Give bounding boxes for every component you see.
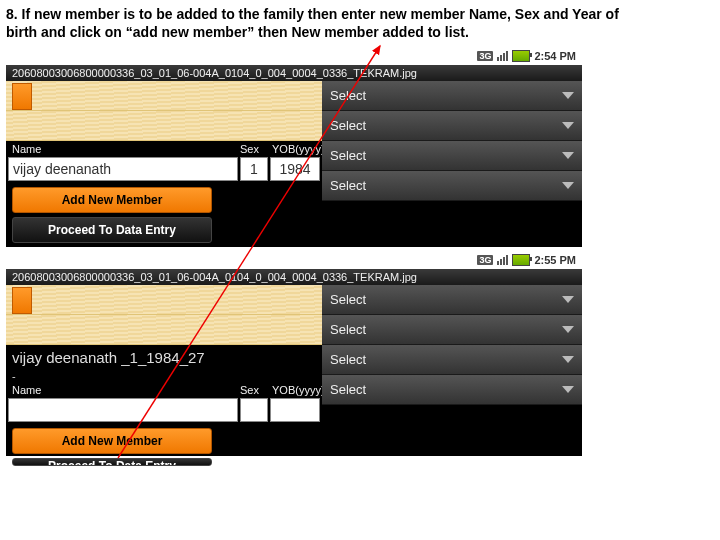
instruction-text: 8. If new member is to be added to the f… [6,6,626,41]
label-yob: YOB(yyyy) [272,384,322,396]
signal-icon [497,255,508,265]
list-item [6,81,322,111]
dash: - [6,370,322,382]
select-dropdown[interactable]: Select [322,285,582,315]
chevron-down-icon [562,152,574,159]
proceed-button[interactable]: Proceed To Data Entry [12,217,212,243]
file-name-bar: 20608003006800000336_03_01_06-004A_0104_… [6,65,582,81]
label-sex: Sex [240,143,268,155]
select-label: Select [330,352,366,367]
yob-input[interactable] [270,398,320,422]
status-bar: 3G 2:55 PM [6,251,582,269]
battery-icon [512,50,530,62]
select-label: Select [330,178,366,193]
clock: 2:54 PM [534,50,576,62]
add-new-member-button[interactable]: Add New Member [12,187,212,213]
name-input[interactable] [8,398,238,422]
screen-before: 3G 2:54 PM 20608003006800000336_03_01_06… [6,47,582,247]
clock: 2:55 PM [534,254,576,266]
label-yob: YOB(yyyy) [272,143,322,155]
chevron-down-icon [562,326,574,333]
battery-icon [512,254,530,266]
select-dropdown[interactable]: Select [322,111,582,141]
list-item [6,111,322,141]
chevron-down-icon [562,182,574,189]
sex-input[interactable] [240,157,268,181]
signal-icon [497,51,508,61]
select-label: Select [330,292,366,307]
select-dropdown[interactable]: Select [322,81,582,111]
input-row [6,157,322,183]
file-name-bar: 20608003006800000336_03_01_06-004A_0104_… [6,269,582,285]
chevron-down-icon [562,356,574,363]
label-sex: Sex [240,384,268,396]
proceed-button[interactable]: Proceed To Data Entry [12,458,212,466]
input-row [6,398,322,424]
yob-input[interactable] [270,157,320,181]
field-labels: Name Sex YOB(yyyy) [6,382,322,398]
list-item [6,315,322,345]
name-input[interactable] [8,157,238,181]
chevron-down-icon [562,92,574,99]
select-dropdown[interactable]: Select [322,345,582,375]
select-dropdown[interactable]: Select [322,141,582,171]
add-new-member-button[interactable]: Add New Member [12,428,212,454]
select-label: Select [330,88,366,103]
network-3g-icon: 3G [477,255,493,265]
network-3g-icon: 3G [477,51,493,61]
label-name: Name [12,384,236,396]
chevron-down-icon [562,122,574,129]
select-label: Select [330,118,366,133]
sex-input[interactable] [240,398,268,422]
field-labels: Name Sex YOB(yyyy) [6,141,322,157]
chevron-down-icon [562,386,574,393]
chevron-down-icon [562,296,574,303]
screen-after: 3G 2:55 PM 20608003006800000336_03_01_06… [6,251,582,456]
select-dropdown[interactable]: Select [322,171,582,201]
select-label: Select [330,322,366,337]
select-dropdown[interactable]: Select [322,375,582,405]
added-member-row: vijay deenanath _1_1984_27 [6,345,322,370]
select-label: Select [330,382,366,397]
select-label: Select [330,148,366,163]
select-dropdown[interactable]: Select [322,315,582,345]
label-name: Name [12,143,236,155]
status-bar: 3G 2:54 PM [6,47,582,65]
list-item [6,285,322,315]
